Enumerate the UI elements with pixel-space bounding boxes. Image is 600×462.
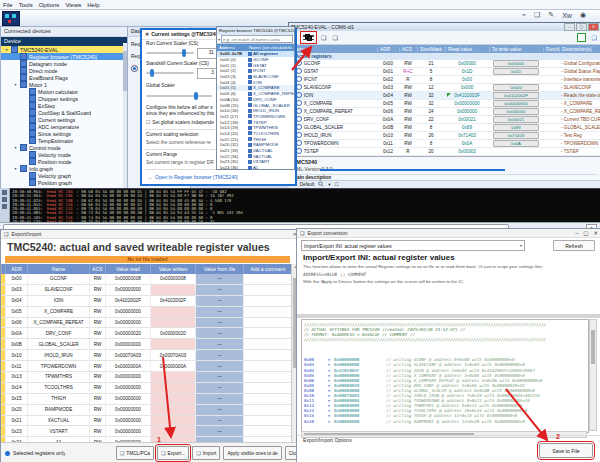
export-table-row[interactable]: 0x14 TCOOLTHRS RW 0x00000000 --- xyxy=(1,383,292,394)
mini-search-input[interactable] xyxy=(221,35,293,43)
active-registers-group[interactable]: ▾ Active registers xyxy=(289,53,600,60)
import-file-icon[interactable]: ❏ xyxy=(332,34,337,41)
tree-item[interactable]: Register browser (TMC5240) xyxy=(1,53,127,60)
menu-tools[interactable]: Tools xyxy=(19,2,33,8)
cell-value-written[interactable]: 0x00000008 xyxy=(150,274,195,284)
export-table-row[interactable]: 0x05 X_COMPARE RW 0x00000000 --- xyxy=(1,307,292,318)
export-table-row[interactable]: 0x21 XACTUAL RW 0x00000000 --- xyxy=(1,416,292,427)
register-checkbox[interactable] xyxy=(248,160,252,164)
tree-item[interactable]: Sinus settings xyxy=(1,130,127,137)
cell-comment[interactable] xyxy=(243,383,292,393)
tree-expander-icon[interactable]: ▾ xyxy=(4,47,9,52)
tree-item[interactable]: TempEstimator xyxy=(1,137,127,144)
tree-item[interactable]: ADC temperature xyxy=(1,123,127,130)
register-table-row[interactable]: ▸GLOBAL_SCALER 0x0B RW 8 0x89 0x89 - GLO… xyxy=(289,124,600,132)
export-table-row[interactable]: 0x0A DRV_CONF RW 0x00000020 0x00000020 -… xyxy=(1,328,292,339)
menu-options[interactable]: Options xyxy=(39,2,60,8)
cell-comment[interactable] xyxy=(243,416,292,426)
new-document-icon[interactable]: ❏ xyxy=(534,11,540,19)
register-table-row[interactable]: ▸IFCNT 0x02 R 8 0x00 - Interface transmi… xyxy=(289,76,600,84)
cell-value-written[interactable]: 0x4102002F xyxy=(150,296,195,306)
cell-value-written[interactable] xyxy=(150,416,195,426)
terminal-side-tabs[interactable] xyxy=(0,188,10,222)
cell-comment[interactable] xyxy=(243,318,292,328)
register-checkbox[interactable] xyxy=(248,103,252,107)
export-button[interactable]: ❏Export... xyxy=(157,446,189,460)
tree-item[interactable]: Current settings xyxy=(1,116,127,123)
close-icon[interactable]: ✕ xyxy=(593,230,598,236)
cell-value-written[interactable] xyxy=(150,307,195,317)
cell-value-written[interactable] xyxy=(150,426,195,436)
register-checkbox[interactable] xyxy=(248,149,252,153)
maximize-button[interactable]: ▢ xyxy=(576,23,587,31)
mini-register-row[interactable]: 0x24 (36) A1 xyxy=(217,165,294,171)
register-checkbox[interactable] xyxy=(248,92,252,96)
refresh-button[interactable]: Refresh xyxy=(553,240,595,251)
cell-comment[interactable] xyxy=(243,372,292,382)
edit-pen-icon[interactable]: ✎ xyxy=(548,11,554,19)
menu-file[interactable]: File xyxy=(3,2,13,8)
cell-comment[interactable] xyxy=(243,426,292,436)
tree-item[interactable]: Velocity mode xyxy=(1,151,127,158)
register-checkbox[interactable] xyxy=(248,114,252,118)
connect-icon[interactable]: ⌁ xyxy=(522,11,526,19)
transfer-registers-icon[interactable] xyxy=(302,33,315,42)
cell-value-written[interactable] xyxy=(150,372,195,382)
register-table-row[interactable]: ▸IHOLD_IRUN 0x10 RW 26 0x71403 0x71403 -… xyxy=(289,132,600,140)
register-write-value[interactable]: 0x00021 xyxy=(493,116,539,123)
export-table-row[interactable]: 0x04 IOIN RW 0x4102002F 0x4102002F --- xyxy=(1,296,292,307)
log-document-icon[interactable]: ❏ xyxy=(592,34,597,41)
cell-value-written[interactable] xyxy=(150,318,195,328)
save-to-file-button[interactable]: Save to File xyxy=(539,443,593,458)
tree-expander-icon[interactable]: ▾ xyxy=(13,82,18,87)
splitter-handle[interactable] xyxy=(297,314,600,318)
register-checkbox[interactable] xyxy=(248,131,252,135)
cell-comment[interactable] xyxy=(243,296,292,306)
tree-item[interactable]: Velocity graph xyxy=(1,172,127,179)
cell-comment[interactable] xyxy=(243,339,292,349)
register-write-value[interactable]: 0x1D xyxy=(493,68,539,75)
register-checkbox[interactable] xyxy=(248,52,252,56)
mini-register-row[interactable]: 0x0B (11) GLOBAL_SCALER xyxy=(217,102,294,108)
export-table-row[interactable]: 0x03 SLAVECONF RW 0x00000000 --- xyxy=(1,285,292,296)
cell-value-written[interactable]: 0x00000020 xyxy=(150,328,195,338)
cell-value-written[interactable]: 0x0000000A xyxy=(150,361,195,371)
tree-item[interactable]: ▾ Control mode xyxy=(1,144,127,151)
conversion-type-select[interactable]: Import/Export INI: actual register value… xyxy=(301,240,525,251)
register-write-value[interactable]: 0x00000 xyxy=(493,60,539,67)
register-checkbox[interactable] xyxy=(248,137,252,141)
tree-item[interactable]: Direct mode xyxy=(1,67,127,74)
export-table-row[interactable]: 0x0B GLOBAL_SCALER RW 0x00000000 --- xyxy=(1,339,292,350)
cell-comment[interactable] xyxy=(243,394,292,404)
open-register-browser-link[interactable]: → Open in Register browser (TMC5240) xyxy=(147,174,238,180)
filter-default-label[interactable]: Default xyxy=(300,182,315,187)
close-button[interactable]: ✕ xyxy=(588,23,599,31)
register-table-row[interactable]: ▸X_COMPARE 0x05 RW 32 0x00000000 0x00000… xyxy=(289,100,600,108)
register-table-row[interactable]: ▸DRV_CONF 0x0A RW 22 0x00021 0x00021 - C… xyxy=(289,116,600,124)
register-table-row[interactable]: ▸GCONF 0x00 RW 21 0x00000 0x00000 - Glob… xyxy=(289,60,600,68)
eye-icon[interactable]: ◉ xyxy=(580,11,586,19)
register-table-row[interactable]: ▸SLAVECONF 0x03 RW 12 0x000 0x000 - SLAV… xyxy=(289,84,600,92)
cell-value-written[interactable] xyxy=(150,285,195,295)
cell-comment[interactable] xyxy=(243,328,292,338)
tree-item[interactable]: EvalBoard Flags xyxy=(1,74,127,81)
filter-dropdown-icon[interactable]: ▾ xyxy=(328,182,330,187)
tree-item[interactable]: Datagram mode xyxy=(1,60,127,67)
register-table-row[interactable]: ▸TPOWERDOWN 0x11 RW 8 0x0A 0x0A - TPOWER… xyxy=(289,140,600,148)
selected-only-radio[interactable] xyxy=(5,451,10,456)
tree-item[interactable]: Position graph xyxy=(1,179,127,186)
export-table-row[interactable]: 0x15 THIGH RW 0x00000000 --- xyxy=(1,394,292,405)
mini-dropdown-icon[interactable]: ▾ xyxy=(218,37,220,42)
global-scalers-checkbox[interactable]: ☐ xyxy=(146,120,150,125)
cell-value-written[interactable]: 0x00070A03 xyxy=(150,350,195,360)
register-checkbox[interactable] xyxy=(248,166,252,170)
tree-item[interactable]: ▾ Motor 1 xyxy=(1,81,127,88)
register-checkbox[interactable] xyxy=(248,58,252,62)
maximize-icon[interactable]: ▢ xyxy=(583,230,588,236)
cell-value-written[interactable] xyxy=(150,394,195,404)
export-table-row[interactable]: 0x06 X_COMPARE_REPEAT RW 0x00000000 --- xyxy=(1,318,292,329)
register-checkbox[interactable] xyxy=(248,69,252,73)
cell-value-written[interactable] xyxy=(150,339,195,349)
import-button[interactable]: ❏Import xyxy=(192,446,220,460)
register-table-row[interactable]: ▸IOIN 0x04 RW 32 0x4102002F 0x4102002F -… xyxy=(289,92,600,100)
